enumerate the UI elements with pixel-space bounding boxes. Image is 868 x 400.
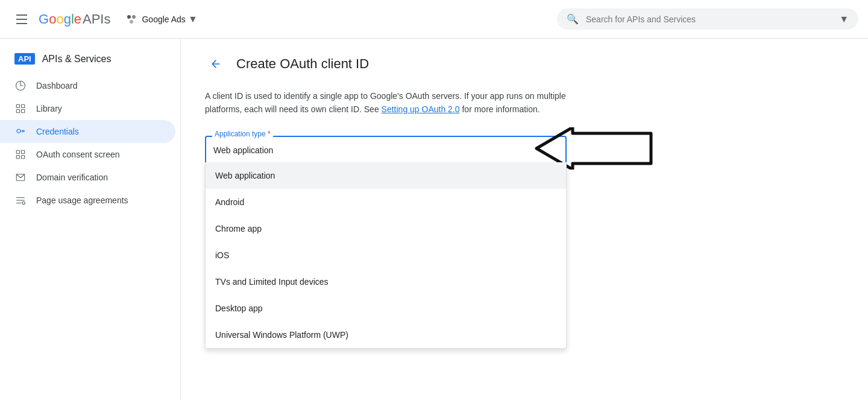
svg-point-8 (17, 129, 20, 133)
svg-rect-11 (16, 156, 19, 159)
dropdown-item-tvs[interactable]: TVs and Limited Input devices (206, 268, 566, 295)
layout: API APIs & Services Dashboard (0, 39, 868, 400)
top-bar: Google APIs Google Ads ▼ 🔍 ▼ (0, 0, 868, 39)
project-icon (125, 13, 138, 26)
description-text: A client ID is used to identify a single… (205, 89, 579, 116)
page-title: Create OAuth client ID (236, 56, 369, 72)
svg-rect-12 (22, 156, 25, 159)
project-name: Google Ads (142, 14, 185, 24)
sidebar-item-domain[interactable]: Domain verification (0, 166, 175, 189)
search-bar: 🔍 ▼ (557, 8, 858, 30)
dropdown-item-uwp[interactable]: Universal Windows Platform (UWP) (206, 322, 566, 348)
google-logo: Google APIs (39, 11, 110, 27)
search-icon: 🔍 (567, 13, 579, 25)
oauth-link[interactable]: Setting up OAuth 2.0 (382, 104, 460, 114)
search-dropdown-arrow[interactable]: ▼ (839, 14, 849, 25)
project-dropdown-arrow: ▼ (188, 14, 198, 25)
svg-rect-4 (16, 104, 19, 107)
search-input[interactable] (586, 14, 834, 24)
application-type-select[interactable]: Web application (205, 136, 567, 163)
library-icon (14, 103, 27, 114)
sidebar: API APIs & Services Dashboard (0, 39, 181, 400)
application-type-field: Application type * Web application Web a… (205, 136, 567, 163)
sidebar-item-page-usage[interactable]: Page usage agreements (0, 189, 175, 212)
svg-rect-7 (22, 110, 25, 113)
svg-point-17 (22, 202, 25, 205)
dropdown-menu: Web application Android Chrome app iOS T… (205, 162, 567, 349)
credentials-icon (14, 126, 27, 137)
project-selector[interactable]: Google Ads ▼ (120, 10, 202, 28)
back-button[interactable] (205, 53, 227, 75)
sidebar-item-dashboard[interactable]: Dashboard (0, 74, 175, 97)
sidebar-header: API APIs & Services (0, 48, 180, 74)
dropdown-item-web-application[interactable]: Web application (206, 162, 566, 189)
sidebar-item-library[interactable]: Library (0, 97, 175, 120)
dropdown-item-ios[interactable]: iOS (206, 242, 566, 268)
dropdown-item-chrome-app[interactable]: Chrome app (206, 215, 566, 242)
sidebar-title: APIs & Services (42, 54, 112, 65)
field-label: Application type * (212, 130, 273, 138)
oauth-consent-icon (14, 149, 27, 160)
svg-point-1 (132, 15, 136, 19)
svg-point-0 (127, 15, 131, 19)
svg-rect-10 (22, 150, 25, 153)
main-content: Create OAuth client ID A client ID is us… (181, 39, 868, 400)
svg-rect-6 (16, 110, 19, 113)
page-usage-icon (14, 195, 27, 206)
svg-rect-5 (22, 104, 25, 107)
domain-icon (14, 172, 27, 183)
hamburger-menu[interactable] (10, 7, 34, 31)
sidebar-item-credentials[interactable]: Credentials (0, 120, 175, 143)
dropdown-item-android[interactable]: Android (206, 189, 566, 215)
api-badge: API (14, 53, 35, 65)
svg-rect-9 (16, 150, 19, 153)
required-star: * (268, 130, 271, 138)
sidebar-item-oauth-consent[interactable]: OAuth consent screen (0, 143, 175, 166)
dropdown-item-desktop-app[interactable]: Desktop app (206, 295, 566, 322)
svg-point-2 (130, 20, 133, 24)
dashboard-icon (14, 80, 27, 91)
page-header: Create OAuth client ID (205, 53, 844, 75)
sidebar-nav: Dashboard Library (0, 74, 180, 212)
